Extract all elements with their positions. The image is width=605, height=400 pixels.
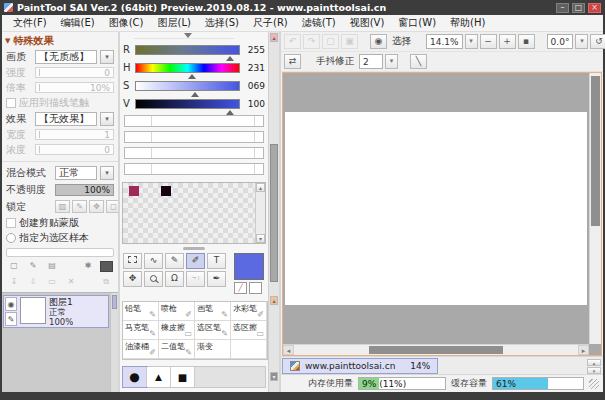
brush-select-pen[interactable]: 选区笔✎ (195, 321, 231, 340)
menu-selection[interactable]: 选择(S) (198, 16, 246, 30)
redo-button[interactable]: ↷ (303, 34, 320, 49)
canvas-viewport[interactable]: ◂ ▸ (282, 72, 602, 356)
scratchpad-scrollbar[interactable]: ▴ ▾ (255, 183, 265, 243)
menu-layer[interactable]: 图层(L) (150, 16, 197, 30)
flip-horizontal-button[interactable]: ⇄ (284, 54, 301, 69)
clipping-group-checkbox[interactable] (6, 218, 16, 228)
brush-select-eraser[interactable]: 选区擦▭ (231, 321, 267, 340)
menu-help[interactable]: 帮助(H) (443, 16, 492, 30)
delete-layer-button[interactable]: ✕ (64, 276, 78, 288)
apply-to-linework-checkbox[interactable] (6, 98, 16, 108)
slider-s-track[interactable] (135, 81, 240, 91)
scroll-down-icon[interactable]: ▾ (256, 234, 265, 243)
effect-width-slider[interactable]: 1 (35, 129, 114, 140)
close-button[interactable]: × (588, 3, 601, 13)
angle-field[interactable]: 0.0° (547, 34, 574, 49)
mixer-slider-4[interactable] (124, 163, 264, 175)
undo-button[interactable]: ↶ (284, 34, 301, 49)
text-tool-button[interactable]: T (207, 253, 226, 269)
new-linework-layer-button[interactable]: ✎ (26, 260, 40, 272)
vertical-scroll-thumb[interactable] (591, 76, 600, 226)
current-color-swatch[interactable] (234, 253, 264, 280)
zoom-field[interactable]: 14.1% (426, 34, 463, 49)
layer-visibility-toggle[interactable]: ◉ (5, 297, 17, 311)
menu-ruler[interactable]: 尺子(R) (246, 16, 295, 30)
menu-window[interactable]: 窗口(W) (391, 16, 443, 30)
stabilizer-dropdown-button[interactable]: ▾ (385, 54, 398, 69)
scroll-thumb[interactable] (270, 144, 278, 282)
brush-scroll-up-icon[interactable]: ▴ (270, 296, 278, 305)
layer-list-scroll-thumb[interactable] (112, 295, 117, 309)
minimize-button[interactable]: – (556, 3, 569, 13)
shape-circle-button[interactable]: ● (123, 367, 147, 387)
special-effects-header[interactable]: ▼ 特殊效果 (2, 32, 118, 47)
scroll-right-icon[interactable]: ▸ (578, 345, 589, 355)
brush-brush[interactable]: 画笔✎ (195, 302, 231, 321)
tab-scroll-up-icon[interactable]: ▴ (587, 359, 601, 366)
texture-dropdown-button[interactable]: ▾ (100, 50, 114, 64)
brush-airbrush[interactable]: 喷枪✐ (159, 302, 195, 321)
zoom-reset-button[interactable]: ▪ (518, 34, 535, 49)
brush-watercolor[interactable]: 水彩笔✐ (231, 302, 267, 321)
merge-down-button[interactable]: ⇩ (26, 276, 40, 288)
brush-pencil[interactable]: 铅笔✎ (123, 302, 159, 321)
slider-v-track[interactable] (135, 99, 240, 109)
slider-marker[interactable] (184, 33, 192, 38)
tab-scroll-down-icon[interactable]: ▾ (587, 367, 601, 374)
opacity-slider[interactable]: 100% (55, 184, 114, 196)
transparent-color-button[interactable]: ╱ (234, 282, 247, 294)
canvas-tab[interactable]: www.painttoolsai.cn 14% (282, 358, 438, 374)
secondary-color-button[interactable] (249, 282, 262, 294)
hand-tool-button[interactable]: ☜ (186, 271, 205, 287)
panel-divider-handle[interactable] (120, 244, 268, 253)
mixer-slider-3[interactable] (124, 147, 264, 159)
brush-empty-slot[interactable] (231, 340, 267, 359)
slider-r-marker[interactable] (226, 56, 234, 61)
show-selection-button[interactable]: ◉ (370, 34, 387, 49)
layer-filter-field[interactable] (6, 248, 114, 257)
lock-alpha-button[interactable]: ▨ (55, 200, 70, 213)
blend-mode-select[interactable]: 正常 (55, 166, 97, 180)
layer-mask-button[interactable] (100, 261, 113, 272)
lasso-tool-button[interactable]: ∿ (144, 253, 163, 269)
shape-scroll-icon[interactable]: ▾ (270, 372, 278, 381)
brush-binary-pen[interactable]: 二值笔✎ (159, 340, 195, 359)
layer-thumbnail[interactable] (20, 297, 46, 324)
layer-list-scrollbar[interactable] (110, 293, 118, 392)
lock-pen-button[interactable]: ✎ (72, 200, 87, 213)
layer-item[interactable]: ◉ ✎ 图层1 正常 100% (3, 295, 109, 328)
brush-bucket[interactable]: 油漆桶✐ (123, 340, 159, 359)
effect-dropdown-button[interactable]: ▾ (100, 112, 114, 126)
slider-v-marker[interactable] (226, 110, 234, 115)
shape-triangle-button[interactable]: ▲ (147, 367, 171, 387)
slider-r-track[interactable] (135, 45, 240, 55)
select-pen-tool-button[interactable]: ✎ (165, 253, 184, 269)
strength-slider[interactable]: 0 (35, 67, 114, 78)
canvas-vertical-scrollbar[interactable] (589, 73, 601, 344)
deselect-button[interactable]: ▢ (322, 34, 339, 49)
clear-layer-button[interactable]: ▭ (45, 276, 59, 288)
stabilizer-field[interactable]: 2 (359, 54, 383, 69)
scratchpad[interactable]: ▴ ▾ (122, 182, 266, 244)
slider-h-marker[interactable] (188, 74, 196, 79)
zoom-in-button[interactable]: + (499, 34, 516, 49)
menu-image[interactable]: 图像(C) (102, 16, 151, 30)
swatch-color-2[interactable] (161, 186, 171, 196)
invert-selection-button[interactable]: ▣ (341, 34, 358, 49)
layer-edit-icon[interactable]: ✎ (5, 312, 17, 326)
brush-eraser[interactable]: 橡皮擦▭ (159, 321, 195, 340)
slider-h-track[interactable] (135, 63, 240, 73)
new-layer-button[interactable]: ▢ (7, 260, 21, 272)
swatch-color-1[interactable] (129, 186, 139, 196)
line-tool-button[interactable]: ╲ (410, 54, 427, 69)
maximize-button[interactable]: □ (572, 3, 585, 13)
rotate-ccw-button[interactable]: ↺ (590, 34, 605, 49)
slider-s-marker[interactable] (191, 92, 199, 97)
resize-grip[interactable] (589, 379, 599, 389)
brush-tool-button[interactable]: ✐ (186, 253, 205, 269)
shape-square-button[interactable]: ■ (171, 367, 195, 387)
canvas-horizontal-scrollbar[interactable]: ◂ ▸ (283, 344, 589, 355)
effect-density-slider[interactable]: 0 (35, 144, 114, 155)
scale-slider[interactable]: 10% (35, 82, 114, 93)
rotate-tool-button[interactable]: Ω (165, 271, 184, 287)
